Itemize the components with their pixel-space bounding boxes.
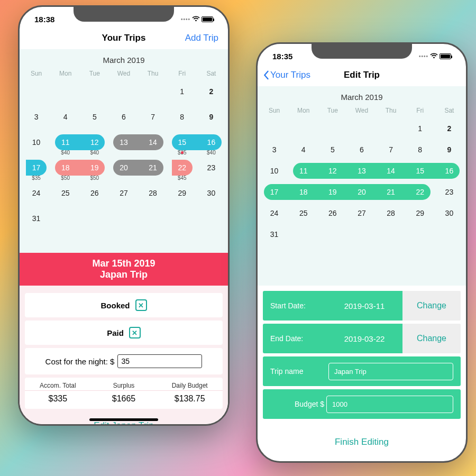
calendar-day[interactable]: 29 (406, 202, 435, 222)
calendar-day[interactable]: 27 (347, 202, 376, 222)
phone-your-trips: 18:38 •••• Your Trips Add Trip March 201… (18, 5, 230, 426)
back-button[interactable]: Your Trips (263, 70, 310, 80)
calendar-day[interactable]: 2 (197, 80, 226, 105)
selected-date: Mar 15th 2019 (20, 258, 228, 269)
calendar-day[interactable]: 6 (109, 106, 138, 130)
calendar-day[interactable]: 4 (289, 139, 318, 159)
calendar-day[interactable]: 13 (109, 131, 138, 155)
calendar-day[interactable]: 6 (347, 139, 376, 159)
calendar-day[interactable]: 14 (377, 160, 406, 180)
calendar-day[interactable]: 17 (260, 181, 289, 201)
close-icon: ✕ (129, 327, 141, 338)
chevron-left-icon (263, 70, 269, 80)
calendar-day[interactable]: 10 (22, 131, 51, 155)
budget-row: Budget $ (263, 389, 461, 419)
cell-dots-icon: •••• (419, 53, 428, 59)
calendar-day[interactable]: 3 (260, 139, 289, 159)
calendar-day[interactable]: 17$35 (22, 157, 51, 181)
calendar-day[interactable]: 15 (406, 160, 435, 180)
calendar-day[interactable]: 18$50 (51, 157, 80, 181)
calendar-day[interactable]: 8 (168, 106, 197, 130)
calendar-day[interactable]: 24 (260, 202, 289, 222)
battery-icon (440, 53, 451, 59)
calendar-day[interactable]: 23 (435, 181, 464, 201)
calendar-day[interactable]: 3 (22, 106, 51, 130)
page-title: Edit Trip (344, 70, 380, 80)
calendar-day[interactable]: 19$50 (80, 157, 109, 181)
calendar-day[interactable]: 27 (109, 182, 138, 206)
finish-editing-button[interactable]: Finish Editing (258, 428, 466, 456)
calendar-day[interactable]: 28 (139, 182, 168, 206)
trip-name-input[interactable] (328, 363, 453, 380)
calendar-day[interactable]: 11$40 (51, 131, 80, 155)
notch (74, 7, 174, 22)
close-icon: ✕ (135, 299, 147, 311)
calendar-day[interactable]: 31 (22, 207, 51, 232)
calendar-day[interactable]: 19 (318, 181, 347, 201)
change-start-button[interactable]: Change (402, 291, 461, 321)
calendar-day[interactable]: 11 (289, 160, 318, 180)
calendar-day[interactable]: 20 (347, 181, 376, 201)
calendar-day[interactable]: 7 (377, 139, 406, 159)
calendar-day[interactable]: 5 (318, 139, 347, 159)
nav-bar: Your Trips Edit Trip (258, 64, 466, 86)
calendar-day[interactable]: 16$40 (197, 131, 226, 155)
paid-toggle[interactable]: Paid ✕ (25, 321, 223, 345)
calendar-day[interactable]: 21 (377, 181, 406, 201)
calendar-day[interactable]: 5 (80, 106, 109, 130)
calendar-day[interactable]: 7 (139, 106, 168, 130)
calendar-day[interactable]: 1 (168, 80, 197, 105)
calendar-month[interactable]: March 2019 (258, 89, 466, 107)
calendar-day[interactable]: 8 (406, 139, 435, 159)
add-trip-button[interactable]: Add Trip (185, 33, 218, 43)
selected-trip: Japan Trip (20, 269, 228, 280)
status-indicators: •••• (181, 15, 213, 24)
start-date-value: 2019-03-11 (326, 301, 402, 310)
calendar-day[interactable]: 2 (435, 117, 464, 138)
calendar-day[interactable]: 20 (109, 157, 138, 181)
calendar-day[interactable]: 16 (435, 160, 464, 180)
calendar-day[interactable]: 26 (318, 202, 347, 222)
calendar-day[interactable]: 18 (289, 181, 318, 201)
trip-name-row: Trip name (263, 356, 461, 386)
calendar-month[interactable]: March 2019 (20, 52, 228, 70)
calendar-day[interactable]: 15$35 (168, 131, 197, 155)
calendar-day[interactable]: 22 (406, 181, 435, 201)
calendar-day[interactable]: 9 (197, 106, 226, 130)
calendar-day[interactable]: 22$45 (168, 157, 197, 181)
calendar-days: 1234567891011121314151617181920212223242… (258, 117, 466, 243)
calendar-day[interactable]: 4 (51, 106, 80, 130)
end-date-value: 2019-03-22 (326, 334, 402, 343)
calendar-day[interactable]: 23 (197, 157, 226, 181)
calendar-day[interactable]: 21 (139, 157, 168, 181)
calendar-day[interactable]: 24 (22, 182, 51, 206)
calendar-dow: SunMonTueWedThuFriSat (20, 70, 228, 80)
calendar-days: 1234567891011$4012$40131415$3516$4017$35… (20, 80, 228, 232)
notch (312, 44, 412, 59)
selected-trip-banner: Mar 15th 2019 Japan Trip (20, 253, 228, 286)
details-panel: Booked ✕ Paid ✕ Cost for the night: $ Ac… (20, 286, 228, 426)
calendar-day[interactable]: 10 (260, 160, 289, 180)
calendar-day[interactable]: 9 (435, 139, 464, 159)
calendar-day[interactable]: 1 (406, 117, 435, 138)
home-indicator[interactable] (89, 418, 158, 421)
calendar-day[interactable]: 31 (260, 223, 289, 243)
calendar-day[interactable]: 30 (435, 202, 464, 222)
calendar-day[interactable]: 12$40 (80, 131, 109, 155)
change-end-button[interactable]: Change (402, 324, 461, 353)
calendar-day[interactable]: 14 (139, 131, 168, 155)
calendar-day[interactable]: 25 (51, 182, 80, 206)
booked-toggle[interactable]: Booked ✕ (25, 293, 223, 317)
calendar-day[interactable]: 25 (289, 202, 318, 222)
calendar-dow: SunMonTueWedThuFriSat (258, 107, 466, 117)
calendar-day[interactable]: 12 (318, 160, 347, 180)
calendar-day[interactable]: 28 (377, 202, 406, 222)
calendar-day[interactable]: 30 (197, 182, 226, 206)
calendar-day[interactable]: 13 (347, 160, 376, 180)
calendar-day[interactable]: 26 (80, 182, 109, 206)
budget-input[interactable] (326, 396, 453, 413)
cost-input[interactable] (117, 354, 202, 368)
cost-label: Cost for the night: $ (45, 357, 115, 366)
calendar-day[interactable]: 29 (168, 182, 197, 206)
phone-edit-trip: 18:35 •••• Your Trips Edit Trip March 20… (256, 42, 468, 463)
